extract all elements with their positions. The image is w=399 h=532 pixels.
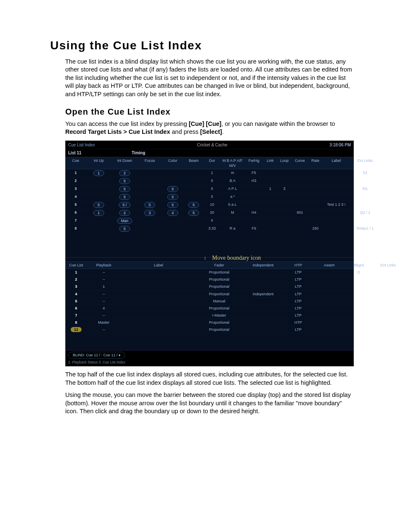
- cue-cell-dur: 20: [204, 209, 220, 217]
- cuelist-cell-fader: Proportional: [196, 276, 242, 283]
- cue-cell-up: [86, 225, 112, 233]
- cuelist-column-header: Ext Links: [372, 262, 399, 269]
- cue-cell-curve: [292, 217, 308, 225]
- cuelist-cell-pb: --: [87, 269, 121, 276]
- explain-paragraph-2: Using the mouse, you can move the barrie…: [65, 391, 355, 416]
- cue-cell-beam: 5: [184, 209, 204, 217]
- window-clock: 3:18:06 PM: [330, 142, 351, 148]
- cue-column-header: Ext Links: [350, 157, 380, 169]
- cuelist-cell-fader: Proportional: [196, 283, 242, 290]
- move-boundary[interactable]: ↕ Move boundary icon: [66, 254, 353, 261]
- cue-cell-focus: [138, 169, 162, 177]
- timing-pill: 1: [93, 170, 104, 176]
- cuelist-row[interactable]: 7--I-MasterLTP: [66, 312, 353, 319]
- cue-cell-dur: 1: [204, 169, 220, 177]
- cue-cell-link: [263, 193, 277, 201]
- cue-cell-color: 5: [162, 193, 184, 201]
- cue-cell-down: Man: [112, 217, 138, 225]
- cue-cell-label: [322, 217, 350, 225]
- cuelist-cell-htp: LTP: [284, 283, 312, 290]
- blind-command-line[interactable]: BLIND: Cue 11 / : Cue 11 / ♦: [68, 352, 125, 358]
- cue-cell-ext: [350, 177, 380, 185]
- cue-cell-down: 2: [112, 209, 138, 217]
- cuelist-cell-lbl: [121, 312, 196, 319]
- cue-cell-link: [263, 177, 277, 185]
- cue-column-header: Label: [322, 157, 350, 169]
- cue-row[interactable]: 61234520MH4901Q2 / 1: [66, 209, 353, 217]
- cue-cell-ext: S1: [350, 169, 380, 177]
- cue-row[interactable]: 1121mF5S1: [66, 169, 353, 177]
- timing-pill: 1: [93, 210, 104, 216]
- cuelist-column-header: Cue List: [66, 262, 87, 269]
- cue-cell-color: [162, 217, 184, 225]
- cue-cell-label: [322, 193, 350, 201]
- cue-cell-fw: F5: [245, 169, 263, 177]
- cuelist-cell-ext: [372, 319, 399, 326]
- cuelist-cell-ext: [372, 312, 399, 319]
- cue-row[interactable]: 853.33R aF9150Relay1 / 1: [66, 225, 353, 233]
- cuelist-cell-ext: [372, 283, 399, 290]
- cuelist-cell-bk: [346, 326, 372, 333]
- cue-cell-fw: [245, 201, 263, 209]
- timing-pill: 5 /: [119, 202, 130, 208]
- cuelist-cell-n: 11: [66, 326, 87, 333]
- cue-row[interactable]: 4555a *: [66, 193, 353, 201]
- cuelist-row[interactable]: 64ProportionalLTP: [66, 305, 353, 312]
- cuelist-row[interactable]: 2--ProportionalLTP: [66, 276, 353, 283]
- cue-column-header: M B A P A/F M/V: [220, 157, 245, 169]
- cue-cell-down: 5: [112, 193, 138, 201]
- cuelist-row[interactable]: 11--ProportionalLTP: [66, 326, 353, 333]
- cue-cell-cue: 8: [66, 225, 86, 233]
- cuelist-row[interactable]: 8MasterProportionalHTP: [66, 319, 353, 326]
- display-tabs[interactable]: 2. Playback Status 3. Cue List Index: [68, 360, 351, 365]
- cuelist-cell-ind: [242, 283, 284, 290]
- cue-cell-ext: [350, 217, 380, 225]
- explain-paragraph-1: The top half of the cue list index displ…: [65, 371, 355, 387]
- cuelist-cell-lbl: [121, 319, 196, 326]
- cue-row[interactable]: 555 /55510b a LTest 1 2 3 !: [66, 201, 353, 209]
- cuelist-row[interactable]: 31ProportionalLTP: [66, 283, 353, 290]
- cuelist-column-header: Bkgrd: [346, 262, 372, 269]
- open-paragraph: You can access the cue list index by pre…: [65, 120, 355, 136]
- cuelist-cell-bk: [346, 276, 372, 283]
- timing-pill: 4: [167, 210, 178, 216]
- cue-cell-color: [162, 225, 184, 233]
- cue-cell-down: 5 /: [112, 201, 138, 209]
- cue-row[interactable]: 3555A P L13M1: [66, 185, 353, 193]
- open-text-1: You can access the cue list index by pre…: [65, 120, 189, 127]
- cuelist-row[interactable]: 1--ProportionalLTPD: [66, 269, 353, 276]
- open-text-3: and press: [170, 128, 200, 135]
- cuelist-cell-n: 6: [66, 305, 87, 312]
- cue-cell-dur: 0: [204, 217, 220, 225]
- selected-cuelist-badge: 11: [71, 327, 82, 332]
- cuelist-column-header: Assert: [312, 262, 346, 269]
- cue-cell-focus: [138, 193, 162, 201]
- cue-cell-color: 4: [162, 209, 184, 217]
- cue-cell-link: [263, 169, 277, 177]
- cue-cell-link: 1: [263, 185, 277, 193]
- cuelist-cell-htp: LTP: [284, 312, 312, 319]
- cuelist-cell-as: [312, 319, 346, 326]
- cue-cell-beam: [184, 225, 204, 233]
- list-header-row: List 11 Timing: [66, 149, 353, 157]
- cue-cell-focus: 3: [138, 209, 162, 217]
- cuelist-cell-as: [312, 312, 346, 319]
- cue-cell-down: 5: [112, 225, 138, 233]
- cue-row[interactable]: 7Man0: [66, 217, 353, 225]
- cuelist-cell-lbl: [121, 276, 196, 283]
- cuelist-cell-lbl: [121, 305, 196, 312]
- cuelist-cell-ind: [242, 298, 284, 304]
- cuelist-cell-bk: D: [346, 269, 372, 276]
- cue-column-header: Int Up: [86, 157, 112, 169]
- cue-column-header: Color: [162, 157, 184, 169]
- cue-cell-link: [263, 201, 277, 209]
- cuelist-row[interactable]: 5--ManualLTP: [66, 298, 353, 305]
- cuelist-cell-htp: LTP: [284, 276, 312, 283]
- cue-cell-up: [86, 185, 112, 193]
- cue-cell-label: [322, 225, 350, 233]
- cue-row[interactable]: 255B AH3: [66, 177, 353, 185]
- cuelist-cell-as: [312, 305, 346, 312]
- cue-cell-cue: 5: [66, 201, 86, 209]
- cuelist-row[interactable]: 4--ProportionalIndependentLTP: [66, 291, 353, 298]
- timing-pill: 5: [167, 194, 178, 200]
